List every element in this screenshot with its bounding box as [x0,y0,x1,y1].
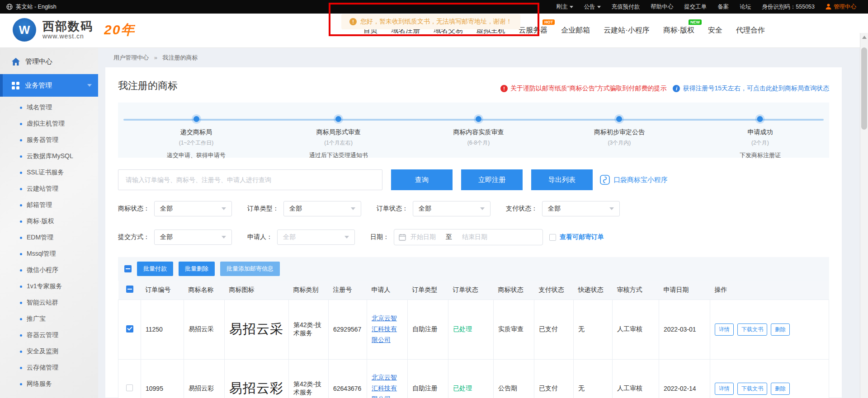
topbar-ticket-link[interactable]: 提交工单 [684,3,707,11]
date-range-picker[interactable]: 开始日期 至 结束日期 [394,229,543,245]
sidebar-item-wechat-miniprogram[interactable]: 微信小程序 [0,262,98,278]
mailable-orders-filter[interactable]: 查看可邮寄订单 [549,233,604,241]
detail-button[interactable]: 详情 [715,323,734,336]
applicant-select[interactable]: 全部 [277,229,355,245]
order-type-select[interactable]: 全部 [283,201,361,216]
language-switcher[interactable]: 英文站 - English [6,3,57,11]
bullet-icon [20,188,22,190]
search-input[interactable] [118,169,382,190]
download-doc-button[interactable]: 下载文书 [737,323,767,336]
step-submit: 递交商标局 (1~2个工作日) 递交申请、获得申请号 [167,116,226,159]
order-status-select[interactable]: 全部 [413,201,491,216]
delete-button[interactable]: 删除 [771,323,790,336]
sidebar-item-site-builder-management[interactable]: 云建站管理 [0,181,98,197]
row-checkbox[interactable] [126,384,133,391]
sidebar-item-cloud-mysql[interactable]: 云数据库MySQL [0,148,98,164]
step-dot [476,116,481,122]
sidebar-item-server-management[interactable]: 服务器管理 [0,132,98,148]
pay-status-select[interactable]: 全部 [542,201,620,216]
sidebar-item-business-management[interactable]: 业务管理 [0,74,98,97]
date-end-placeholder[interactable]: 结束日期 [462,233,487,241]
sidebar-item-network-service[interactable]: 网络服务 [0,376,98,392]
chevron-down-icon [344,236,349,239]
page: 英文站 - English 刚主 公告 充值预付款 帮助中心 提交工单 备案 论… [0,0,868,398]
row-checkbox[interactable] [126,325,133,332]
step-dot [335,116,341,122]
sidebar-item-promotion[interactable]: 推广宝 [0,311,98,327]
nav-security[interactable]: 安全 [708,26,722,35]
detail-button[interactable]: 详情 [715,383,734,395]
col-applicant: 申请人 [367,281,408,300]
registration-query-link[interactable]: i 获得注册号15天左右，可点击此处到商标局查询状态 [673,84,829,93]
bullet-icon [20,139,22,141]
nav-site-builder[interactable]: 云建站·小程序 [604,26,649,35]
grid-icon [12,82,19,89]
date-start-placeholder[interactable]: 开始日期 [410,233,436,241]
sidebar-item-trademark-copyright[interactable]: 商标·版权 [0,213,98,229]
register-now-button[interactable]: 立即注册 [461,169,523,190]
cell-trademark-status: 公告期 [494,359,534,398]
nav-enterprise-mail[interactable]: 企业邮箱 [561,26,590,35]
col-trademark-image: 商标图标 [225,281,289,300]
sidebar-item-mailbox-management[interactable]: 邮箱管理 [0,197,98,213]
topbar-icp-link[interactable]: 备案 [717,3,729,11]
sidebar-submenu: 域名管理 虚拟主机管理 服务器管理 云数据库MySQL SSL证书服务 云建站管… [0,97,98,392]
batch-pay-button[interactable]: 批量付款 [137,262,173,276]
sidebar-item-management-center[interactable]: 管理中心 [0,47,98,74]
admin-center-link[interactable]: 管理中心 [826,3,856,11]
applicant-link[interactable]: 北京云智汇科技有限公司 [372,374,397,398]
topbar-partial-dropdown-1[interactable]: 刚主 [557,3,573,11]
trademark-status-label: 商标状态： [118,205,150,213]
step-success: 申请成功 (2个月) 下发商标注册证 [740,116,781,159]
order-status-label: 订单状态： [377,205,408,213]
sidebar-item-cloud-storage[interactable]: 云存储管理 [0,360,98,376]
logo[interactable]: W 西部数码 www.west.cn 20年 [13,18,135,42]
fraud-warning-link[interactable]: ! 关于谨防以邮寄纸质“商标公告”方式骗取到付邮费的提示 [500,84,666,93]
pocket-trademark-miniapp-link[interactable]: 口袋商标宝小程序 [600,175,668,185]
breadcrumb-current: 我注册的商标 [162,54,198,61]
cell-order-no: 10995 [141,359,184,398]
topbar-forum-link[interactable]: 论坛 [740,3,751,11]
table-header-row: 订单编号 商标名称 商标图标 商标类别 注册号 申请人 订单类型 订单状态 商标… [118,281,829,300]
bullet-icon [20,286,22,288]
topbar-help-link[interactable]: 帮助中心 [651,3,673,11]
batch-add-mail-button[interactable]: 批量添加邮寄信息 [220,262,280,276]
chevron-down-icon [570,6,573,8]
delete-button[interactable]: 删除 [771,383,790,395]
sidebar-item-edm-management[interactable]: EDM管理 [0,229,98,246]
calendar-icon [399,234,406,241]
header-select-all-checkbox[interactable] [126,286,133,293]
mailable-orders-checkbox[interactable] [549,234,556,241]
sidebar-item-mssql-management[interactable]: Mssql管理 [0,246,98,262]
scroll-up-arrow-icon[interactable] [862,36,867,39]
cell-review-method: 人工审核 [613,359,659,398]
sidebar-item-1v1-expert[interactable]: 1v1专家服务 [0,278,98,295]
export-list-button[interactable]: 导出列表 [531,169,593,190]
col-order-no: 订单编号 [141,281,184,300]
topbar-recharge-link[interactable]: 充值预付款 [612,3,640,11]
select-all-checkbox[interactable] [124,265,132,272]
applicant-link[interactable]: 北京云智汇科技有限公司 [372,314,397,343]
query-button[interactable]: 查询 [391,169,453,190]
nav-trademark[interactable]: 商标·版权NEW [663,26,694,35]
scrollbar[interactable] [860,33,868,398]
nav-agent[interactable]: 代理合作 [736,26,765,35]
sidebar-item-smart-cloud-sites[interactable]: 智能云站群 [0,295,98,311]
sidebar-item-security-monitor[interactable]: 安全及监测 [0,343,98,360]
submit-method-select[interactable]: 全部 [154,229,232,245]
breadcrumb-root[interactable]: 用户管理中心 [113,54,149,61]
trademark-status-select[interactable]: 全部 [154,201,232,216]
download-doc-button[interactable]: 下载文书 [737,383,767,395]
sidebar-item-domain-management[interactable]: 域名管理 [0,99,98,116]
nav-cloud-server[interactable]: 云服务器HOT [519,26,547,35]
sidebar-item-virtual-host-management[interactable]: 虚拟主机管理 [0,116,98,132]
sidebar-item-ssl-service[interactable]: SSL证书服务 [0,164,98,181]
topbar-partial-dropdown-2[interactable]: 公告 [584,3,601,11]
sidebar-item-container-cloud[interactable]: 容器云管理 [0,327,98,343]
batch-delete-button[interactable]: 批量删除 [179,262,215,276]
toast-text: 您好，暂未收到纸质文书，无法填写邮寄地址，谢谢！ [360,18,512,26]
scrollbar-thumb[interactable] [861,47,867,130]
order-type-label: 订单类型： [247,205,279,213]
alert-icon: ! [500,85,508,92]
cell-order-type: 自助注册 [408,359,448,398]
